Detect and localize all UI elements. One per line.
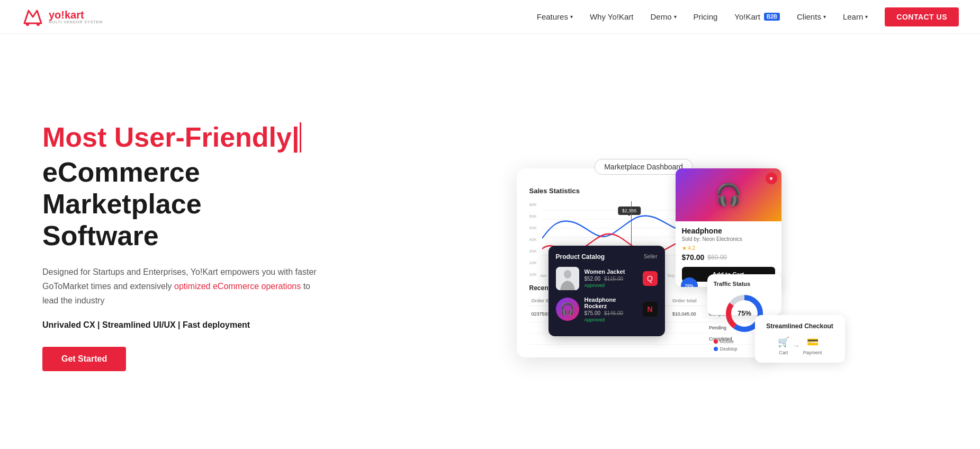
catalog-item-status-1: Approved (585, 283, 637, 288)
cart-icon: 🛒 (778, 336, 789, 348)
catalog-icon-2: N (643, 302, 658, 317)
catalog-item-img-2: 🎧 (556, 298, 579, 321)
chevron-down-icon: ▾ (570, 14, 573, 20)
catalog-item-2: 🎧 Headphone Rockerz $75.00 $146.00 Appro… (556, 297, 658, 322)
navbar: yo!kart MULTI VENDOR SYSTEM Features ▾ W… (0, 0, 980, 34)
product-rating: ★ 4.2 (682, 245, 775, 251)
logo[interactable]: yo!kart MULTI VENDOR SYSTEM (21, 5, 103, 29)
nav-learn[interactable]: Learn ▾ (843, 12, 868, 21)
cart-label: Cart (779, 350, 788, 355)
woman-jacket-img (556, 267, 579, 290)
sales-title: Sales Statistics (529, 187, 580, 195)
b2b-badge: B2B (764, 13, 780, 21)
col-order-total: Order total (670, 296, 707, 306)
checkout-step-cart: 🛒 Cart (778, 336, 789, 355)
headphone-image: 🎧 (715, 182, 742, 207)
svg-point-15 (564, 270, 571, 279)
nav-features[interactable]: Features ▾ (537, 12, 573, 21)
catalog-item-price-1: $52.00 $115.00 (585, 276, 637, 282)
catalog-item-info-1: Women Jacket $52.00 $115.00 Approved (585, 268, 637, 288)
mobile-dot (714, 339, 718, 344)
chevron-down-icon: ▾ (865, 14, 868, 20)
catalog-item-status-2: Approved (585, 317, 637, 322)
checkout-steps: 🛒 Cart → 💳 Payment (762, 336, 838, 355)
desktop-dot (714, 347, 718, 351)
hero-tagline: Unrivaled CX | Streamlined UI/UX | Fast … (42, 320, 349, 330)
hero-heading-red: Most User-Friendly| (42, 122, 349, 152)
logo-subtitle: MULTI VENDOR SYSTEM (49, 20, 103, 24)
checkout-arrow-icon: → (793, 342, 800, 350)
traffic-title: Traffic Status (714, 281, 775, 287)
catalog-header: Product Catalog Seller (556, 253, 658, 261)
total-cell: $10,045.00 (670, 306, 707, 322)
checkout-card: Streamlined Checkout 🛒 Cart → 💳 Payment (755, 315, 845, 363)
nav-links: Features ▾ Why Yo!Kart Demo ▾ Pricing Yo… (537, 7, 959, 26)
nav-clients[interactable]: Clients ▾ (797, 12, 826, 21)
donut-percentage: 75% (737, 309, 751, 317)
chart-tooltip: $2,355 (618, 206, 641, 215)
svg-point-2 (26, 23, 29, 26)
hero-heading-black: eCommerce Marketplace Software (42, 157, 349, 252)
hero-dashboard: Marketplace Dashboard Sales Statistics M… (349, 137, 938, 357)
product-price: $70.00 $60.00 (682, 253, 775, 262)
dashboard-wrapper: Marketplace Dashboard Sales Statistics M… (517, 158, 771, 357)
nav-yokart-b2b[interactable]: Yo!Kart B2B (734, 12, 780, 21)
heart-icon[interactable]: ♥ (766, 173, 777, 184)
chevron-down-icon: ▾ (674, 14, 677, 20)
y-axis-labels: 80K60K50K40K30K20K10K (529, 201, 537, 278)
price-old: $60.00 (707, 254, 727, 261)
product-name: Headphone (682, 227, 775, 235)
nav-pricing[interactable]: Pricing (694, 12, 718, 21)
catalog-icon-1: Q (643, 271, 658, 286)
checkout-step-payment: 💳 Payment (803, 336, 822, 355)
catalog-item-img-1 (556, 267, 579, 290)
hero-text: Most User-Friendly| eCommerce Marketplac… (42, 122, 349, 371)
catalog-subtitle: Seller (644, 254, 658, 259)
product-card: 🎧 ♥ Headphone Sold by: Neon Electronics … (676, 168, 781, 287)
chevron-down-icon: ▾ (823, 14, 826, 20)
traffic-card: Traffic Status 75% (707, 274, 781, 315)
catalog-title: Product Catalog (556, 253, 605, 261)
catalog-item-name-2: Headphone Rockerz (585, 297, 637, 309)
hero-description: Designed for Startups and Enterprises, Y… (42, 265, 328, 308)
nav-demo[interactable]: Demo ▾ (650, 12, 676, 21)
cursor-blink: | (292, 122, 301, 152)
svg-point-3 (37, 23, 40, 26)
nav-why-yokart[interactable]: Why Yo!Kart (590, 12, 634, 21)
hero-section: Most User-Friendly| eCommerce Marketplac… (0, 34, 980, 449)
catalog-item-name-1: Women Jacket (585, 268, 637, 275)
payment-label: Payment (803, 350, 822, 355)
contact-us-button[interactable]: CONTACT US (885, 7, 959, 26)
catalog-item-price-2: $75.00 $146.00 (585, 310, 637, 316)
catalog-item-1: Women Jacket $52.00 $115.00 Approved Q (556, 267, 658, 290)
optimized-link[interactable]: optimized eCommerce operations (174, 282, 301, 291)
product-image: 🎧 ♥ (676, 168, 781, 221)
price-new: $70.00 (682, 253, 705, 262)
logo-icon (21, 5, 44, 29)
catalog-card: Product Catalog Seller Women Jacket (549, 246, 665, 336)
checkout-title: Streamlined Checkout (762, 322, 838, 330)
catalog-item-info-2: Headphone Rockerz $75.00 $146.00 Approve… (585, 297, 637, 322)
get-started-button[interactable]: Get Started (42, 347, 126, 371)
payment-icon: 💳 (807, 336, 819, 348)
logo-text: yo!kart (49, 10, 103, 20)
product-seller: Sold by: Neon Electronics (682, 236, 775, 242)
